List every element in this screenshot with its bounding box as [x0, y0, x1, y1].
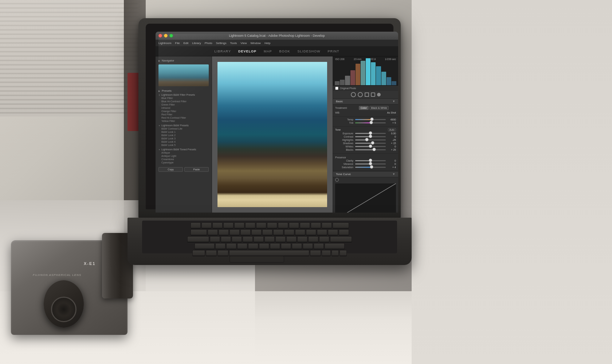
key-quote[interactable] [319, 236, 329, 242]
menu-edit[interactable]: Edit [183, 41, 188, 45]
adjustment-brush-icon[interactable] [365, 92, 369, 97]
key-shift-l[interactable] [195, 243, 215, 249]
preset-bw-contrast-lite[interactable]: B&W Contrast Lite [158, 127, 209, 130]
key-4[interactable] [223, 222, 234, 228]
key-caps[interactable] [187, 236, 209, 242]
maximize-button[interactable] [169, 34, 173, 37]
key-l[interactable] [297, 236, 307, 242]
blacks-slider[interactable] [355, 149, 386, 150]
key-x[interactable] [226, 243, 236, 249]
preset-orange-filter[interactable]: Orange Filter [158, 110, 209, 113]
key-left[interactable] [332, 250, 339, 256]
key-semi[interactable] [308, 236, 318, 242]
key-r[interactable] [240, 229, 251, 235]
key-6[interactable] [245, 222, 255, 228]
auto-button[interactable]: Auto [388, 128, 396, 131]
key-j[interactable] [275, 236, 286, 242]
key-y[interactable] [262, 229, 272, 235]
preset-bw-look-3[interactable]: B&W Look 3 [158, 137, 209, 140]
key-period[interactable] [303, 243, 313, 249]
key-e[interactable] [230, 229, 240, 235]
key-g[interactable] [254, 236, 264, 242]
menu-photo[interactable]: Photo [205, 41, 212, 45]
exposure-slider[interactable] [355, 133, 386, 134]
preset-antique[interactable]: Antique [158, 151, 209, 154]
key-shift-r[interactable] [325, 243, 345, 249]
key-v[interactable] [248, 243, 258, 249]
key-m[interactable] [281, 243, 291, 249]
key-alt-r[interactable] [322, 250, 331, 256]
key-10[interactable] [289, 222, 299, 228]
shadows-slider[interactable] [355, 143, 386, 144]
preset-group-bw-filter-title[interactable]: Lightroom B&W Filter Presets [158, 93, 209, 96]
key-c[interactable] [237, 243, 247, 249]
redeye-icon[interactable] [377, 93, 381, 96]
tone-curve-header[interactable]: Tone Curve ▼ [333, 171, 398, 177]
paste-button[interactable]: Paste [184, 167, 209, 172]
key-z[interactable] [215, 243, 225, 249]
color-button[interactable]: Color [359, 106, 369, 110]
key-f[interactable] [243, 236, 253, 242]
menu-tools[interactable]: Tools [230, 41, 237, 45]
key-k[interactable] [286, 236, 297, 242]
key-i[interactable] [284, 229, 294, 235]
key-t[interactable] [251, 229, 262, 235]
minimize-button[interactable] [164, 34, 168, 37]
preset-bw-look-5[interactable]: B&W Look 5 [158, 143, 209, 147]
key-bracket-l[interactable] [317, 229, 327, 235]
module-print[interactable]: PRINT [327, 50, 339, 53]
preset-creamtone[interactable]: Creamtone [158, 158, 209, 161]
key-11[interactable] [300, 222, 310, 228]
preset-group-bw-toned-title[interactable]: Lightroom B&W Toned Presets [158, 148, 209, 151]
menu-window[interactable]: Window [250, 41, 260, 45]
key-backspace[interactable] [333, 222, 349, 228]
tone-curve-canvas[interactable] [335, 183, 396, 213]
key-a[interactable] [210, 236, 220, 242]
key-w[interactable] [219, 229, 229, 235]
module-develop[interactable]: DEVELOP [238, 50, 256, 53]
menu-view[interactable]: View [240, 41, 247, 45]
key-enter[interactable] [330, 236, 352, 242]
temp-slider[interactable] [355, 119, 386, 120]
menu-settings[interactable]: Settings [216, 41, 227, 45]
clarity-slider[interactable] [355, 160, 386, 161]
menu-help[interactable]: Help [264, 41, 270, 45]
module-map[interactable]: MAP [264, 50, 272, 53]
key-9[interactable] [278, 222, 288, 228]
key-13[interactable] [322, 222, 332, 228]
key-slash[interactable] [314, 243, 324, 249]
module-slideshow[interactable]: SLIDESHOW [297, 50, 320, 53]
key-5[interactable] [234, 222, 244, 228]
bw-button[interactable]: Black & White [369, 106, 389, 110]
preset-infrared[interactable]: Infrared [158, 106, 209, 110]
healing-tool-icon[interactable] [358, 92, 363, 97]
preset-blue-filter[interactable]: Blue Filter [158, 96, 209, 100]
saturation-slider[interactable] [355, 167, 386, 168]
preset-red-filter[interactable]: Red Filter [158, 113, 209, 116]
tint-slider[interactable] [355, 122, 386, 123]
key-alt-l[interactable] [206, 250, 217, 256]
module-book[interactable]: BOOK [279, 50, 290, 53]
key-2[interactable] [201, 222, 212, 228]
trackpad[interactable] [230, 256, 284, 262]
filter-brush-icon[interactable] [371, 92, 375, 97]
key-1[interactable] [191, 222, 201, 228]
preset-bw-look-2[interactable]: B&W Look 2 [158, 134, 209, 137]
key-bracket-r[interactable] [328, 229, 338, 235]
original-photo-checkbox[interactable] [335, 87, 338, 90]
copy-button[interactable]: Copy [158, 167, 183, 172]
key-h[interactable] [264, 236, 275, 242]
key-right[interactable] [340, 250, 347, 256]
module-library[interactable]: LIBRARY [215, 50, 231, 53]
key-backslash[interactable] [339, 229, 349, 235]
key-b[interactable] [259, 243, 269, 249]
presets-header[interactable]: Presets [156, 88, 212, 93]
key-3[interactable] [212, 222, 223, 228]
key-tab[interactable] [191, 229, 207, 235]
key-ctrl[interactable] [192, 250, 205, 256]
key-p[interactable] [306, 229, 316, 235]
menu-file[interactable]: File [175, 41, 180, 45]
preset-cyanotype[interactable]: Cyanotype [158, 161, 209, 164]
key-u[interactable] [273, 229, 283, 235]
crop-tool-icon[interactable] [351, 92, 356, 97]
